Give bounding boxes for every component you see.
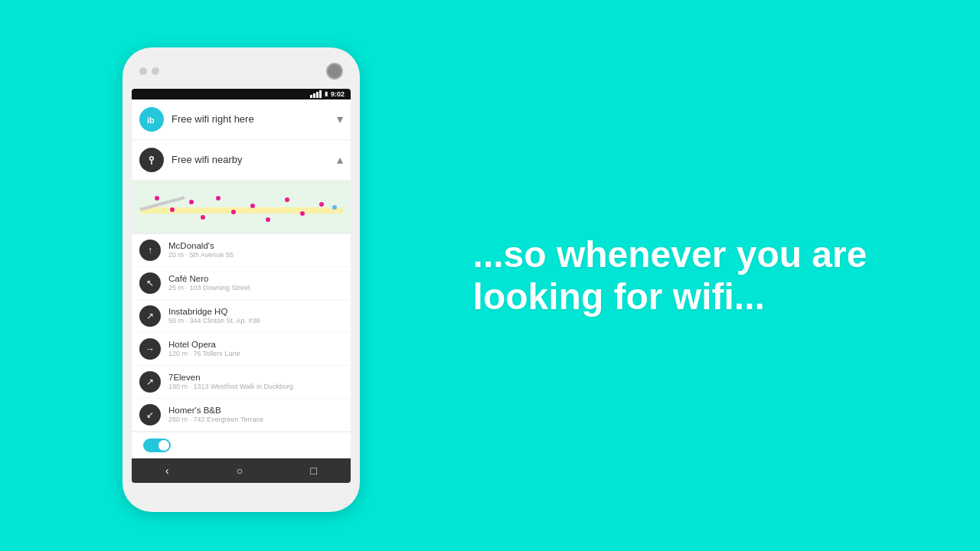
tagline-text: ...so whenever you are looking for wifi.…	[473, 233, 867, 318]
location-text: 7Eleven 190 m · 1313 Westfoot Walk in Du…	[168, 373, 343, 390]
location-text: McDonald's 20 m · 5th Avenue 55	[168, 241, 343, 259]
list-item[interactable]: ↙ Homer's B&B 260 m · 742 Evergreen Terr…	[132, 399, 351, 432]
section-icon-dark	[139, 148, 164, 172]
chevron-up-icon: ▴	[337, 152, 343, 167]
location-detail: 25 m · 103 Downing Street	[168, 284, 343, 292]
location-detail: 190 m · 1313 Westfoot Walk in Duckburg	[168, 383, 343, 390]
location-detail: 50 m · 344 Clinton St. Ap. #38	[168, 317, 343, 324]
section-icon-teal: ib	[139, 107, 164, 132]
signal-bar-3	[316, 92, 318, 98]
map-dot	[250, 204, 255, 208]
phone-dot	[139, 67, 147, 75]
phone-screen: ▮ 9:02 ib Free wifi right here ▾	[132, 89, 351, 483]
signal-bar-4	[319, 90, 322, 98]
list-item[interactable]: → Hotel Opera 120 m · 76 Tollers Lane	[132, 333, 351, 366]
list-item[interactable]: ↑ McDonald's 20 m · 5th Avenue 55	[132, 234, 351, 267]
location-icon: ↗	[139, 371, 161, 393]
location-name: Hotel Opera	[168, 340, 343, 349]
location-text: Café Nero 25 m · 103 Downing Street	[168, 274, 343, 292]
map-dot	[231, 210, 236, 214]
location-list: ↑ McDonald's 20 m · 5th Avenue 55 ↖ Café…	[132, 234, 351, 432]
section-free-wifi-nearby[interactable]: Free wifi nearby ▴	[132, 140, 351, 181]
location-detail: 20 m · 5th Avenue 55	[168, 251, 343, 259]
tagline-line1: ...so whenever you are	[473, 234, 867, 275]
phone-camera	[326, 63, 343, 80]
section-free-wifi-here[interactable]: ib Free wifi right here ▾	[132, 99, 351, 140]
phone-nav: ‹ ○ □	[132, 458, 351, 483]
phone-top-bar: ············	[132, 63, 351, 89]
location-text: Homer's B&B 260 m · 742 Evergreen Terrac…	[168, 406, 343, 423]
map-dot	[189, 200, 194, 204]
location-icon: ↑	[139, 240, 161, 261]
location-icon: ↖	[139, 272, 161, 294]
section-title-here: Free wifi right here	[172, 113, 329, 125]
phone-speaker-bottom: ············	[132, 483, 351, 497]
location-text: Instabridge HQ 50 m · 344 Clinton St. Ap…	[168, 307, 343, 324]
map-dot	[300, 211, 305, 216]
map-dot	[170, 207, 175, 212]
toggle-knob	[158, 440, 169, 451]
signal-icon	[310, 90, 322, 98]
location-name: McDonald's	[168, 241, 343, 250]
location-text: Hotel Opera 120 m · 76 Tollers Lane	[168, 340, 343, 357]
back-button[interactable]: ‹	[165, 465, 169, 477]
location-icon: ↙	[139, 404, 161, 425]
bottom-toggle-bar	[132, 432, 351, 458]
map-dot	[319, 202, 324, 207]
location-name: 7Eleven	[168, 373, 343, 382]
map-dot	[266, 217, 270, 222]
home-button[interactable]: ○	[237, 465, 243, 477]
map-dot-blue	[332, 205, 337, 210]
svg-text:ib: ib	[147, 116, 155, 125]
phone-dot	[152, 67, 159, 75]
status-bar: ▮ 9:02	[132, 89, 351, 99]
map-dot	[216, 196, 220, 201]
map-dot	[155, 196, 159, 201]
tagline-container: ...so whenever you are looking for wifi.…	[360, 233, 980, 318]
section-title-nearby: Free wifi nearby	[172, 154, 329, 165]
status-time: 9:02	[331, 90, 345, 98]
map-dot	[285, 197, 289, 202]
location-icon: →	[139, 338, 161, 360]
list-item[interactable]: ↖ Café Nero 25 m · 103 Downing Street	[132, 267, 351, 300]
location-icon: ↗	[139, 305, 161, 327]
location-name: Instabridge HQ	[168, 307, 343, 316]
location-name: Homer's B&B	[168, 406, 343, 415]
svg-point-2	[151, 157, 153, 159]
list-item[interactable]: ↗ 7Eleven 190 m · 1313 Westfoot Walk in …	[132, 366, 351, 399]
toggle-switch[interactable]	[143, 439, 171, 452]
signal-bar-1	[310, 95, 312, 98]
recents-button[interactable]: □	[310, 465, 316, 477]
phone-mockup: ············ ▮ 9:02 ib	[122, 47, 360, 512]
chevron-down-icon: ▾	[337, 112, 343, 126]
map-area	[132, 181, 351, 234]
list-item[interactable]: ↗ Instabridge HQ 50 m · 344 Clinton St. …	[132, 300, 351, 333]
battery-icon: ▮	[325, 90, 328, 97]
phone-speaker-top: ············	[159, 69, 326, 73]
map-dot	[201, 215, 205, 220]
signal-bar-2	[313, 93, 315, 98]
location-detail: 260 m · 742 Evergreen Terrace	[168, 416, 343, 423]
tagline-line2: looking for wifi...	[473, 276, 765, 317]
location-name: Café Nero	[168, 274, 343, 283]
location-detail: 120 m · 76 Tollers Lane	[168, 350, 343, 357]
